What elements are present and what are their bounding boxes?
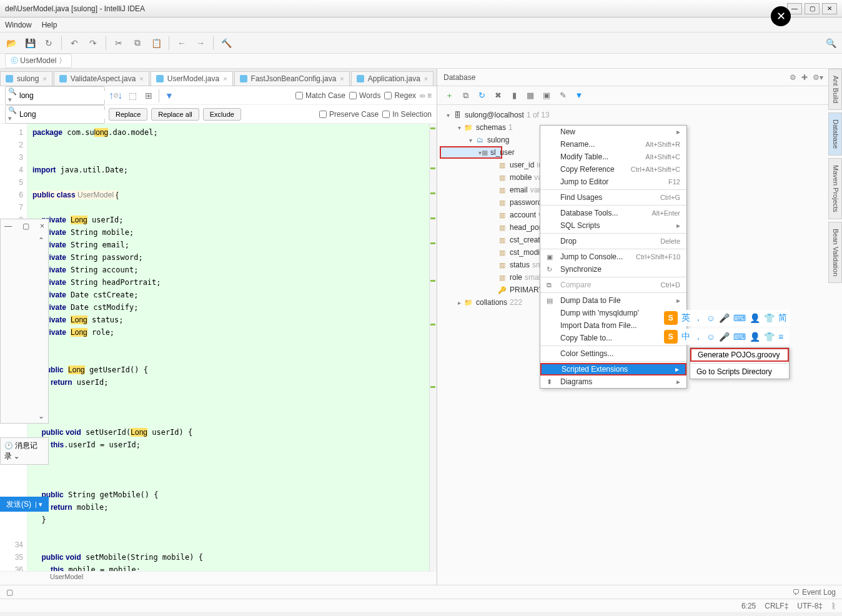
build-icon[interactable]: 🔨 bbox=[220, 37, 232, 49]
console-icon[interactable]: ▣ bbox=[541, 90, 552, 101]
replace-all-button[interactable]: Replace all bbox=[151, 108, 199, 121]
code-editor[interactable]: 123456789 343536 package com.sulong.dao.… bbox=[0, 124, 437, 571]
ime-face-icon[interactable]: ☺ bbox=[706, 332, 715, 342]
redo-icon[interactable]: ↷ bbox=[87, 37, 99, 49]
open-icon[interactable]: 📂 bbox=[5, 37, 17, 49]
tab-sulong[interactable]: sulong× bbox=[0, 71, 52, 86]
settings-icon[interactable]: ⚙ bbox=[790, 73, 796, 82]
git-branch-icon[interactable]: ᚱ bbox=[831, 602, 836, 610]
back-icon[interactable]: ← bbox=[176, 37, 188, 49]
regex-checkbox[interactable] bbox=[384, 92, 392, 99]
tab-validate-aspect[interactable]: ValidateAspect.java× bbox=[54, 71, 149, 86]
search-icon[interactable]: 🔍 bbox=[825, 37, 837, 49]
tree-table-sl-user[interactable]: ▾▦sl_user bbox=[440, 146, 502, 159]
copy-icon[interactable]: ⧉ bbox=[131, 37, 144, 49]
gear-icon[interactable]: ⚙▾ bbox=[813, 73, 823, 82]
words-checkbox[interactable] bbox=[349, 92, 357, 99]
tab-fastjson-bean-config[interactable]: FastJsonBeanConfig.java× bbox=[234, 71, 350, 86]
close-icon[interactable]: × bbox=[40, 222, 44, 231]
sub-go-scripts-dir[interactable]: Go to Scripts Directory bbox=[690, 365, 789, 379]
ctx-database-tools[interactable]: Database Tools...Alt+Enter bbox=[540, 207, 686, 219]
filter-icon[interactable]: ▼ bbox=[163, 89, 176, 102]
ctx-jump-editor[interactable]: Jump to EditorF12 bbox=[540, 176, 686, 188]
ime-mic-icon[interactable]: 🎤 bbox=[719, 313, 730, 323]
ime-person-icon[interactable]: 👤 bbox=[750, 313, 760, 323]
ime-shirt-icon[interactable]: 👕 bbox=[764, 332, 775, 342]
ctx-dump-data[interactable]: ▤Dump Data to File▸ bbox=[540, 294, 686, 307]
tree-datasource[interactable]: ▾🗄sulong@localhost1 of 13 bbox=[440, 109, 840, 121]
ime-punct-icon[interactable]: ， bbox=[694, 312, 703, 324]
exclude-button[interactable]: Exclude bbox=[203, 108, 241, 121]
ime-keyboard-icon[interactable]: ⌨ bbox=[733, 332, 746, 342]
tab-application[interactable]: Application.java× bbox=[351, 71, 434, 86]
caret-position[interactable]: 6:25 bbox=[741, 602, 756, 610]
tab-bean-validation[interactable]: Bean Validation bbox=[828, 222, 842, 283]
add-datasource-icon[interactable]: ＋ bbox=[443, 90, 455, 101]
cut-icon[interactable]: ✂ bbox=[112, 37, 125, 49]
table-icon[interactable]: ▦ bbox=[525, 90, 536, 101]
ime-punct-icon[interactable]: ， bbox=[694, 331, 703, 342]
maximize-icon[interactable]: ▢ bbox=[22, 222, 29, 231]
menu-help[interactable]: Help bbox=[42, 21, 57, 29]
tab-database[interactable]: Database bbox=[828, 112, 842, 156]
select-all-icon[interactable]: ⬚ bbox=[126, 89, 139, 102]
ctx-synchronize[interactable]: ↻Synchronize bbox=[540, 263, 686, 276]
file-encoding[interactable]: UTF-8‡ bbox=[797, 602, 823, 610]
ctx-drop[interactable]: DropDelete bbox=[540, 235, 686, 247]
ctx-color-settings[interactable]: Color Settings... bbox=[540, 347, 686, 360]
close-icon[interactable]: × bbox=[340, 75, 344, 82]
save-icon[interactable]: 💾 bbox=[24, 37, 36, 49]
send-button[interactable]: 发送(S) | ▾ bbox=[0, 497, 49, 512]
ctx-scripted-extensions[interactable]: Scripted Extensions▸ bbox=[540, 363, 686, 375]
ime-logo-icon[interactable]: S bbox=[664, 330, 678, 344]
code-content[interactable]: package com.sulong.dao.model; import jav… bbox=[27, 124, 437, 571]
event-log-button[interactable]: 🗩 Event Log bbox=[793, 588, 836, 597]
overlay-close-icon[interactable]: ✕ bbox=[771, 6, 791, 26]
duplicate-icon[interactable]: ⧉ bbox=[460, 90, 471, 101]
marker-bar[interactable] bbox=[429, 124, 437, 571]
ime-shirt-icon[interactable]: 👕 bbox=[764, 313, 775, 323]
close-icon[interactable]: × bbox=[223, 75, 227, 82]
ime-menu-icon[interactable]: ≡ bbox=[778, 332, 783, 342]
undo-icon[interactable]: ↶ bbox=[68, 37, 81, 49]
sub-generate-pojos[interactable]: Generate POJOs.groovy bbox=[690, 348, 789, 362]
tab-maven[interactable]: Maven Projects bbox=[828, 158, 842, 219]
filter-icon[interactable]: ▼ bbox=[573, 90, 585, 101]
add-icon[interactable]: ✚ bbox=[801, 73, 808, 82]
next-match-icon[interactable]: ↓ bbox=[117, 90, 122, 101]
sync-icon[interactable]: ↻ bbox=[42, 37, 55, 49]
replace-button[interactable]: Replace bbox=[109, 108, 147, 121]
ctx-diagrams[interactable]: ⬍Diagrams▸ bbox=[540, 375, 686, 388]
close-button[interactable]: ✕ bbox=[822, 3, 837, 14]
edit-icon[interactable]: ✎ bbox=[557, 90, 568, 101]
ctx-jump-console[interactable]: ▣Jump to Console...Ctrl+Shift+F10 bbox=[540, 251, 686, 263]
stop-icon[interactable]: ✖ bbox=[492, 90, 503, 101]
tab-user-model[interactable]: UserModel.java× bbox=[151, 71, 233, 86]
ctx-rename[interactable]: Rename...Alt+Shift+R bbox=[540, 138, 686, 151]
tab-ant-build[interactable]: Ant Build bbox=[828, 69, 842, 110]
close-icon[interactable]: × bbox=[424, 75, 428, 82]
close-icon[interactable]: × bbox=[42, 75, 46, 82]
message-record-panel[interactable]: 🕐 消息记录 ⌄ bbox=[0, 437, 49, 465]
ctx-find-usages[interactable]: Find UsagesCtrl+G bbox=[540, 191, 686, 204]
paste-icon[interactable]: 📋 bbox=[150, 37, 162, 49]
find-input[interactable] bbox=[19, 91, 113, 100]
ime-simp-icon[interactable]: 简 bbox=[778, 312, 787, 324]
add-selection-icon[interactable]: ⊞ bbox=[142, 89, 155, 102]
ime-keyboard-icon[interactable]: ⌨ bbox=[733, 313, 746, 323]
ctx-sql-scripts[interactable]: SQL Scripts▸ bbox=[540, 219, 686, 232]
replace-input[interactable] bbox=[19, 110, 113, 119]
forward-icon[interactable]: → bbox=[194, 37, 207, 49]
ime-person-icon[interactable]: 👤 bbox=[750, 332, 760, 342]
ime-mic-icon[interactable]: 🎤 bbox=[719, 332, 730, 342]
ime-logo-icon[interactable]: S bbox=[664, 311, 678, 325]
ime-lang[interactable]: 中 bbox=[681, 331, 690, 342]
ctx-copy-reference[interactable]: Copy ReferenceCtrl+Alt+Shift+C bbox=[540, 163, 686, 176]
commit-icon[interactable]: ▮ bbox=[508, 90, 520, 101]
breadcrumb-item[interactable]: ⓒ UserModel 〉 bbox=[5, 54, 72, 68]
ctx-modify-table[interactable]: Modify Table...Alt+Shift+C bbox=[540, 151, 686, 163]
refresh-icon[interactable]: ↻ bbox=[476, 90, 487, 101]
in-selection-checkbox[interactable] bbox=[382, 111, 390, 118]
menu-window[interactable]: Window bbox=[5, 21, 32, 29]
ctx-new[interactable]: New▸ bbox=[540, 126, 686, 138]
